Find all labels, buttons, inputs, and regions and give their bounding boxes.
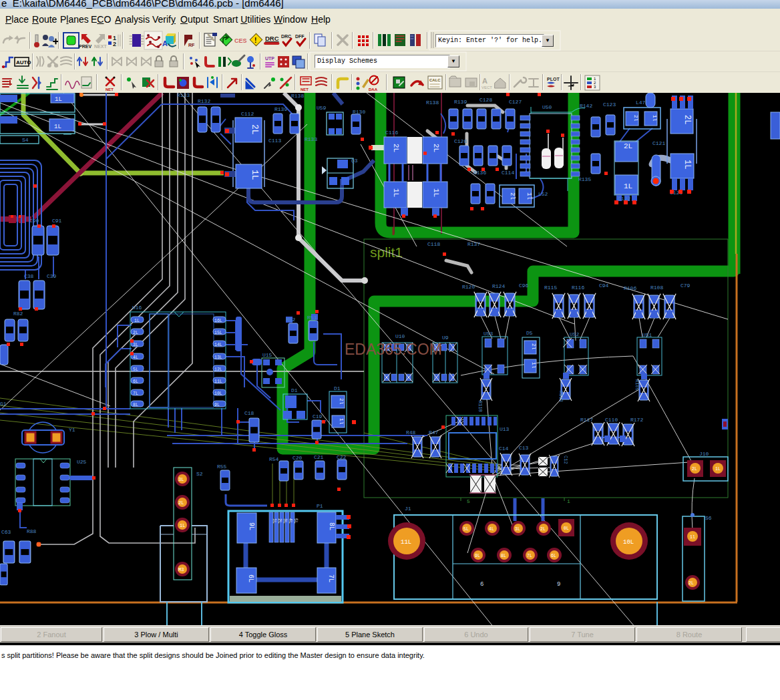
svg-text:S2: S2 (196, 471, 203, 477)
svg-text:8L: 8L (501, 554, 506, 558)
svg-text:2L: 2L (133, 331, 138, 335)
svg-text:C13: C13 (519, 445, 529, 451)
svg-text:1L: 1L (624, 182, 632, 190)
svg-text:10L: 10L (214, 391, 222, 396)
svg-text:1L: 1L (392, 188, 400, 197)
svg-text:C12: C12 (563, 456, 568, 464)
svg-text:S4: S4 (22, 137, 29, 143)
svg-text:R105: R105 (634, 379, 640, 391)
svg-text:D1: D1 (334, 385, 341, 391)
svg-text:1L: 1L (272, 518, 276, 524)
svg-text:C90: C90 (29, 218, 39, 224)
svg-text:4L: 4L (288, 518, 292, 524)
svg-text:1L: 1L (715, 467, 721, 472)
svg-text:C63: C63 (1, 529, 11, 535)
svg-text:9L: 9L (248, 522, 255, 530)
svg-text:U59: U59 (317, 105, 327, 111)
svg-text:Y1: Y1 (69, 427, 75, 433)
svg-text:R133: R133 (305, 136, 317, 142)
svg-text:C128: C128 (479, 97, 492, 103)
svg-text:EDA365.COM: EDA365.COM (345, 341, 442, 358)
svg-text:2L: 2L (624, 142, 632, 150)
svg-text:9: 9 (557, 581, 560, 588)
svg-text:5L: 5L (133, 367, 138, 372)
svg-text:2L: 2L (250, 124, 260, 135)
svg-text:D5: D5 (526, 330, 533, 336)
svg-text:R108: R108 (650, 285, 663, 291)
svg-text:split1: split1 (370, 244, 403, 260)
svg-text:11L: 11L (214, 379, 222, 384)
svg-text:1l: 1l (339, 418, 345, 425)
svg-text:AUTO: AUTO (16, 59, 31, 65)
svg-text:9L: 9L (475, 554, 480, 558)
svg-text:R116: R116 (572, 285, 584, 291)
svg-text:RF: RF (188, 43, 195, 47)
svg-text:2L: 2L (277, 518, 282, 524)
svg-text:2L: 2L (392, 144, 400, 152)
svg-text:R55: R55 (217, 464, 227, 470)
svg-text:15L: 15L (214, 331, 222, 335)
svg-text:C14: C14 (499, 446, 509, 452)
svg-text:7L: 7L (527, 554, 532, 558)
svg-text:C18: C18 (244, 410, 254, 416)
svg-text:DRC: DRC (265, 35, 279, 42)
svg-text:J1: J1 (405, 506, 411, 512)
svg-text:1L: 1L (54, 124, 61, 130)
svg-text:R52: R52 (286, 317, 296, 323)
svg-text:DRC: DRC (281, 34, 291, 39)
svg-text:U10: U10 (395, 333, 405, 339)
svg-text:U25: U25 (77, 459, 87, 465)
svg-text:UTP: UTP (265, 56, 274, 61)
svg-text:R118: R118 (477, 401, 483, 412)
svg-text:2l: 2l (633, 115, 639, 122)
svg-text:R82: R82 (13, 311, 23, 317)
svg-text:1L: 1L (682, 160, 692, 169)
svg-text:10L: 10L (623, 539, 634, 546)
svg-text:2L: 2L (540, 527, 546, 532)
svg-text:C114: C114 (502, 170, 514, 176)
svg-text:13L: 13L (214, 355, 222, 360)
svg-text:R51: R51 (307, 315, 317, 321)
svg-text:C21: C21 (314, 454, 324, 460)
svg-text:R130: R130 (353, 109, 365, 115)
svg-text:R88: R88 (27, 528, 37, 534)
svg-text:US2: US2 (570, 331, 580, 337)
svg-text:R54: R54 (269, 456, 279, 462)
svg-text:R133: R133 (177, 93, 190, 98)
svg-text:C91: C91 (52, 218, 62, 224)
svg-text:PREV: PREV (79, 44, 91, 49)
svg-text:2l: 2l (339, 398, 345, 405)
svg-text:D1: D1 (291, 387, 298, 393)
svg-text:M3: M3 (178, 567, 184, 572)
svg-text:U13: U13 (500, 426, 510, 432)
svg-text:NET: NET (301, 88, 309, 92)
svg-text:5L: 5L (293, 518, 298, 524)
svg-text:1L: 1L (432, 188, 440, 197)
svg-text:R124: R124 (492, 283, 505, 289)
svg-text:C113: C113 (268, 138, 281, 144)
svg-text:A: A (162, 39, 168, 47)
svg-text:2L: 2L (689, 581, 694, 586)
svg-text:2L: 2L (432, 144, 440, 152)
svg-text:2l: 2l (531, 343, 537, 350)
svg-text:R172: R172 (630, 417, 643, 423)
svg-text:14L: 14L (214, 343, 222, 347)
svg-text:6L: 6L (551, 554, 556, 558)
svg-text:G1: G1 (0, 401, 7, 407)
svg-text:1L: 1L (55, 96, 62, 103)
svg-text:NET: NET (106, 88, 114, 92)
svg-text:R138: R138 (291, 93, 304, 99)
svg-text:U50: U50 (542, 104, 552, 110)
svg-text:1L: 1L (134, 319, 140, 323)
svg-text:7L: 7L (133, 391, 138, 396)
svg-text:R47: R47 (429, 429, 439, 435)
svg-text:R138: R138 (426, 100, 439, 106)
svg-text:4L: 4L (133, 355, 138, 360)
svg-text:R135: R135 (578, 176, 591, 182)
svg-text:2: 2 (113, 41, 116, 47)
svg-text:3L: 3L (178, 477, 184, 482)
svg-text:US1: US1 (642, 332, 652, 338)
svg-text:3L: 3L (282, 518, 287, 524)
svg-text:C79: C79 (680, 283, 691, 289)
svg-text:R106: R106 (624, 285, 636, 291)
